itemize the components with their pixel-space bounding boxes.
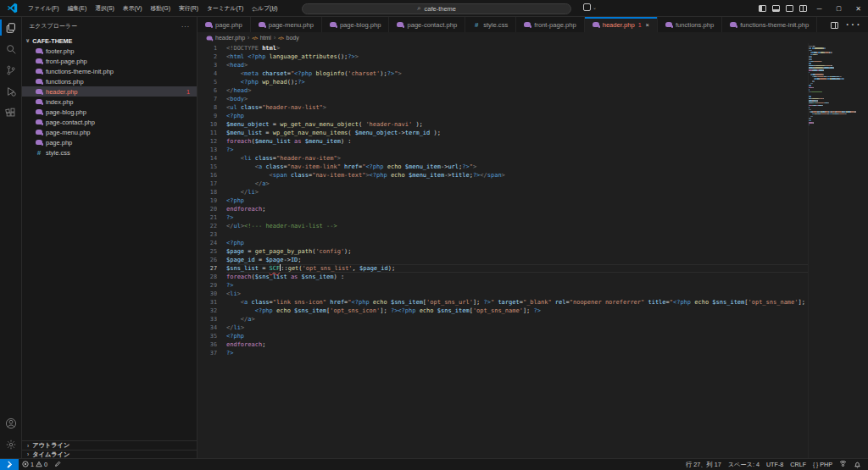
code-line-11: $menu_list = wp_get_nav_menu_items( $men…	[226, 129, 808, 137]
tab-page.php[interactable]: page.php	[198, 17, 251, 32]
breadcrumb-html[interactable]: html	[260, 35, 271, 41]
indentation[interactable]: スペース: 4	[725, 459, 763, 470]
toggle-panel-icon[interactable]	[769, 0, 782, 17]
tab-functions.php[interactable]: functions.php	[658, 17, 722, 32]
file-item-page.php[interactable]: page.php	[22, 137, 197, 147]
line-number: 23	[198, 230, 225, 239]
tab-strip: page.phppage-menu.phppage-blog.phppage-c…	[198, 17, 868, 32]
chevron-right-icon: ›	[248, 35, 249, 41]
account-icon[interactable]	[0, 412, 22, 434]
tab-label: front-page.php	[534, 21, 576, 29]
file-item-style.css[interactable]: #style.css	[22, 147, 197, 158]
file-item-page-contact.php[interactable]: page-contact.php	[22, 117, 197, 127]
file-problem-badge: 1	[186, 89, 190, 95]
php-file-icon	[259, 22, 265, 27]
tab-close-icon[interactable]: ×	[646, 21, 649, 29]
file-item-header.php[interactable]: header.php1	[22, 86, 197, 97]
menu-item-0[interactable]: ファイル(F)	[24, 0, 64, 17]
tab-header.php[interactable]: header.php1×	[585, 17, 658, 32]
minimap[interactable]	[808, 43, 856, 458]
settings-gear-icon[interactable]	[0, 434, 22, 455]
tab-problem-badge: 1	[638, 22, 642, 28]
run-debug-icon[interactable]	[0, 80, 22, 102]
line-number: 22	[198, 222, 225, 230]
customize-layout-icon[interactable]	[796, 0, 810, 17]
tab-front-page.php[interactable]: front-page.php	[516, 17, 584, 32]
explorer-more-actions-icon[interactable]: ···	[181, 24, 190, 30]
file-item-functions-theme-init.php[interactable]: functions-theme-init.php	[22, 66, 197, 76]
line-number: 13	[198, 146, 225, 154]
breadcrumb-body[interactable]: body	[287, 35, 299, 41]
code-line-10: $menu_object = wp_get_nav_menu_object( '…	[226, 120, 808, 129]
line-number: 2	[198, 53, 225, 61]
code-line-15: <a class="nav-item-link" href="<?php ech…	[226, 163, 808, 171]
forward-icon[interactable]: →	[268, 4, 276, 14]
tab-page-menu.php[interactable]: page-menu.php	[251, 17, 322, 32]
file-name: page-contact.php	[46, 119, 95, 126]
css-file-icon: #	[473, 21, 480, 29]
menu-item-2[interactable]: 選択(S)	[91, 0, 119, 17]
language-mode[interactable]: { } PHP	[810, 459, 836, 470]
code-line-35: <?php	[226, 332, 808, 340]
folder-cafe-theme[interactable]: ∨ CAFE-THEME	[22, 36, 197, 46]
command-center-search[interactable]: ⌕ cafe-theme	[302, 3, 571, 14]
remote-indicator[interactable]	[0, 459, 19, 470]
search-sidebar-icon[interactable]	[0, 38, 22, 59]
back-icon[interactable]: ←	[251, 4, 259, 14]
tab-functions-theme-init.php[interactable]: functions-theme-init.php	[722, 17, 817, 32]
timeline-section[interactable]: › タイムライン	[22, 450, 197, 458]
vscode-window: ファイル(F)編集(E)選択(S)表示(V)移動(G)実行(R)ターミナル(T)…	[0, 0, 868, 470]
copilot-menu[interactable]: ⌄	[583, 3, 597, 11]
code-line-34: </li>	[226, 323, 808, 332]
cursor-position[interactable]: 行 27、列 17	[682, 459, 725, 470]
more-actions-icon[interactable]: ···	[845, 17, 861, 32]
explorer-icon[interactable]	[0, 17, 22, 38]
file-name: header.php	[46, 88, 78, 96]
php-file-icon	[36, 48, 42, 53]
vscode-logo	[7, 3, 18, 14]
file-name: page-blog.php	[46, 108, 86, 116]
notifications-bell-icon[interactable]	[850, 459, 865, 470]
editor-scrollbar[interactable]	[856, 43, 868, 458]
menu-item-4[interactable]: 移動(G)	[146, 0, 174, 17]
encoding[interactable]: UTF-8	[763, 459, 787, 470]
search-icon: ⌕	[417, 4, 420, 13]
line-number: 3	[198, 61, 225, 69]
breadcrumb-file[interactable]: header.php	[215, 35, 245, 41]
remote-icon	[6, 461, 14, 468]
problems-indicator[interactable]: 1 0	[19, 459, 51, 470]
toggle-secondary-sidebar-icon[interactable]	[782, 0, 796, 17]
tab-page-blog.php[interactable]: page-blog.php	[322, 17, 390, 32]
toggle-sidebar-icon[interactable]	[755, 0, 769, 17]
tab-label: style.css	[483, 21, 508, 29]
file-tree: footer.phpfront-page.phpfunctions-theme-…	[22, 46, 197, 158]
menu-item-6[interactable]: ターミナル(T)	[203, 0, 248, 17]
code-editor[interactable]: 1234567891011121314151617181920212223242…	[198, 43, 868, 458]
file-item-index.php[interactable]: index.php	[22, 97, 197, 107]
tab-style.css[interactable]: #style.css	[465, 17, 516, 32]
line-number: 4	[198, 69, 225, 78]
extensions-icon[interactable]	[0, 102, 22, 123]
file-item-front-page.php[interactable]: front-page.php	[22, 56, 197, 66]
source-control-icon[interactable]	[0, 59, 22, 80]
eol-sequence[interactable]: CRLF	[787, 459, 810, 470]
sidebar-sections: › アウトライン › タイムライン	[22, 440, 197, 458]
maximize-button[interactable]: ▢	[829, 0, 849, 17]
minimize-button[interactable]: ─	[810, 0, 829, 17]
edit-session-indicator[interactable]	[51, 459, 64, 470]
file-item-page-blog.php[interactable]: page-blog.php	[22, 107, 197, 117]
file-item-footer.php[interactable]: footer.php	[22, 46, 197, 56]
menu-item-1[interactable]: 編集(E)	[64, 0, 92, 17]
braces-icon: { }	[813, 462, 818, 467]
file-item-page-menu.php[interactable]: page-menu.php	[22, 127, 197, 137]
outline-section[interactable]: › アウトライン	[22, 440, 197, 450]
menu-item-5[interactable]: 実行(R)	[175, 0, 203, 17]
menu-item-3[interactable]: 表示(V)	[119, 0, 147, 17]
split-editor-icon[interactable]	[831, 17, 838, 32]
css-file-icon: #	[36, 149, 42, 157]
code-line-20: endforeach;	[226, 205, 808, 213]
file-item-functions.php[interactable]: functions.php	[22, 76, 197, 86]
ports-icon[interactable]	[836, 459, 850, 470]
close-button[interactable]: ✕	[849, 0, 868, 17]
tab-page-contact.php[interactable]: page-contact.php	[389, 17, 465, 32]
